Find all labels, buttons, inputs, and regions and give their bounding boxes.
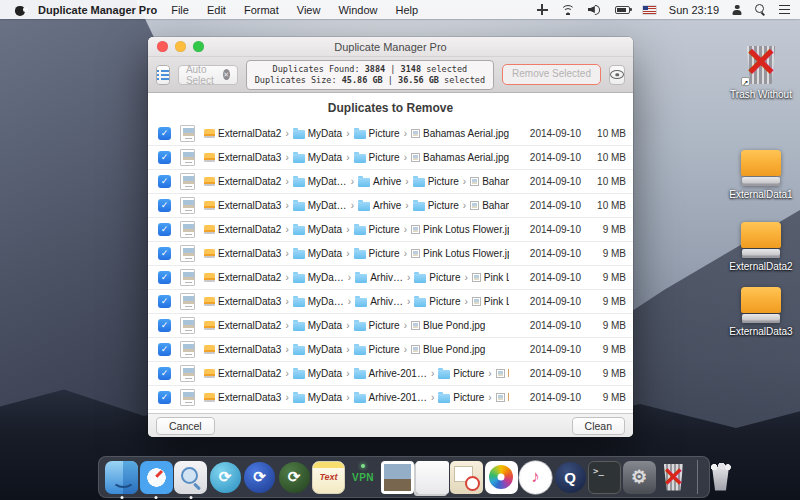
gear-utility-dock-icon[interactable]: ⚙	[623, 461, 656, 494]
cancel-button[interactable]: Cancel	[156, 417, 215, 435]
menu-view[interactable]: View	[297, 4, 321, 16]
remove-selected-button[interactable]: Remove Selected	[502, 64, 601, 85]
table-row[interactable]: ✓ ExternalData3›MyData›Picture›Pink Lotu…	[148, 242, 633, 266]
file-path-breadcrumb: ExternalData2›MyDat…›Arhive›Picture›Baha…	[204, 176, 509, 187]
duplicate-manager-window: Duplicate Manager Pro Auto Select ✕ Dupl…	[148, 37, 633, 437]
vpn-dock-icon[interactable]: VPN	[347, 461, 380, 494]
chevron-icon: ›	[346, 368, 349, 379]
drive-icon	[204, 273, 215, 282]
image-file-icon	[411, 321, 420, 330]
folder-icon	[358, 202, 370, 211]
textedit-dock-icon[interactable]	[416, 461, 449, 494]
safari-dock-icon[interactable]	[140, 461, 173, 494]
files-clock-dock-icon[interactable]	[450, 461, 483, 494]
finder-dock-icon[interactable]	[105, 461, 138, 494]
spotlight-icon[interactable]	[755, 4, 766, 15]
desktop-icon-label: Trash Without	[730, 89, 792, 100]
table-row[interactable]: ✓ ExternalData3›MyDa…›Arhiv…›Picture›Pin…	[148, 290, 633, 314]
chevron-icon: ›	[346, 320, 349, 331]
move-icon[interactable]	[537, 4, 548, 15]
table-row[interactable]: ✓ ExternalData2›MyData›Picture›Blue Pond…	[148, 314, 633, 338]
row-checkbox[interactable]: ✓	[158, 391, 171, 404]
text-notes-dock-icon[interactable]: Text	[312, 461, 345, 494]
photos-dock-icon[interactable]	[485, 461, 518, 494]
menu-window[interactable]: Window	[338, 4, 377, 16]
chevron-icon: ›	[405, 200, 408, 211]
list-view-segment[interactable]	[157, 66, 169, 84]
table-row[interactable]: ✓ ExternalData2›MyDat…›Arhive›Picture›Ba…	[148, 170, 633, 194]
menu-edit[interactable]: Edit	[207, 4, 226, 16]
trash-x-app-dock-icon[interactable]: ✕	[657, 461, 690, 494]
folder-icon	[358, 178, 370, 187]
table-row[interactable]: ✓ ExternalData2›MyData›Picture›Bahamas A…	[148, 122, 633, 146]
running-indicator	[120, 496, 123, 499]
table-row[interactable]: ✓ ExternalData2›MyData›Arhive-201…›Pictu…	[148, 362, 633, 386]
row-checkbox[interactable]: ✓	[158, 175, 171, 188]
row-checkbox[interactable]: ✓	[158, 271, 171, 284]
folder-icon	[354, 154, 366, 163]
desktop-icon-trash-without[interactable]: ✕↗Trash Without	[722, 40, 800, 100]
duplicate-search-dock-icon[interactable]	[174, 461, 207, 494]
menu-file[interactable]: File	[171, 4, 189, 16]
auto-select-clear-icon[interactable]: ✕	[223, 69, 230, 80]
row-checkbox[interactable]: ✓	[158, 247, 171, 260]
file-size: 9 MB	[581, 368, 633, 379]
chevron-icon: ›	[285, 368, 288, 379]
desktop-icon-externaldata2[interactable]: ExternalData2	[722, 222, 800, 272]
table-row[interactable]: ✓ ExternalData3›MyData›Arhive-201…›Pictu…	[148, 386, 633, 410]
preview-button[interactable]	[609, 65, 625, 85]
path-segment: MyData	[293, 224, 342, 235]
us-flag-icon[interactable]	[643, 6, 656, 14]
battery-icon[interactable]	[615, 6, 630, 14]
notification-center-icon[interactable]	[779, 5, 790, 14]
table-row[interactable]: ✓ ExternalData3›MyData›Picture›Blue Pond…	[148, 338, 633, 362]
file-name-segment: Blue Pond.jpg	[496, 368, 509, 379]
quicktime-dock-icon[interactable]: Q	[554, 461, 587, 494]
chevron-icon: ›	[346, 224, 349, 235]
sync-navy-dock-icon[interactable]: ⟳	[243, 461, 276, 494]
terminal-dock-icon[interactable]: >_	[588, 461, 621, 494]
row-checkbox[interactable]: ✓	[158, 223, 171, 236]
table-row[interactable]: ✓ ExternalData3›MyDat…›Arhive›Picture›Ba…	[148, 194, 633, 218]
menu-help[interactable]: Help	[396, 4, 419, 16]
apple-menu-icon[interactable]	[14, 4, 26, 16]
desktop-icon-externaldata3[interactable]: ExternalData3	[722, 287, 800, 337]
menu-format[interactable]: Format	[244, 4, 279, 16]
table-row[interactable]: ✓ ExternalData3›MyData›Picture›Bahamas A…	[148, 146, 633, 170]
chevron-icon: ›	[285, 296, 288, 307]
desktop-icon-externaldata1[interactable]: ExternalData1	[722, 150, 800, 200]
row-checkbox[interactable]: ✓	[158, 151, 171, 164]
chevron-icon: ›	[285, 272, 288, 283]
search-view-segment[interactable]	[169, 66, 170, 84]
row-checkbox[interactable]: ✓	[158, 295, 171, 308]
menubar-clock[interactable]: Sun 23:19	[669, 4, 719, 16]
itunes-dock-icon[interactable]: ♪	[519, 461, 552, 494]
row-checkbox[interactable]: ✓	[158, 199, 171, 212]
wifi-icon[interactable]	[561, 5, 575, 15]
path-segment: ExternalData2	[204, 368, 281, 379]
chevron-icon: ›	[463, 176, 466, 187]
row-checkbox[interactable]: ✓	[158, 319, 171, 332]
window-titlebar[interactable]: Duplicate Manager Pro	[148, 37, 633, 57]
file-name-segment: Pink Lotus Flower.jpg	[411, 224, 509, 235]
drive-icon	[204, 153, 215, 162]
file-size: 9 MB	[581, 296, 633, 307]
table-row[interactable]: ✓ ExternalData2›MyData›Picture›Pink Lotu…	[148, 218, 633, 242]
row-checkbox[interactable]: ✓	[158, 367, 171, 380]
sync-green-dock-icon[interactable]: ⟳	[278, 461, 311, 494]
user-icon[interactable]	[732, 5, 742, 15]
table-row[interactable]: ✓ ExternalData2›MyDa…›Arhiv…›Picture›Pin…	[148, 266, 633, 290]
volume-icon[interactable]	[588, 5, 602, 15]
sync-blue-dock-icon[interactable]: ⟳	[209, 461, 242, 494]
path-segment: ExternalData3	[204, 392, 281, 403]
row-checkbox[interactable]: ✓	[158, 343, 171, 356]
row-checkbox[interactable]: ✓	[158, 127, 171, 140]
menubar-app-name[interactable]: Duplicate Manager Pro	[38, 4, 157, 16]
file-name-segment: Bahamas Aerial.jpg	[470, 176, 509, 187]
menubar-status-icons-right	[732, 4, 790, 15]
auto-select-button[interactable]: Auto Select ✕	[178, 65, 238, 85]
preview-photo-dock-icon[interactable]	[381, 461, 414, 494]
trash-dock-icon[interactable]	[704, 461, 737, 494]
clean-button[interactable]: Clean	[572, 417, 625, 435]
folder-icon	[293, 322, 305, 331]
